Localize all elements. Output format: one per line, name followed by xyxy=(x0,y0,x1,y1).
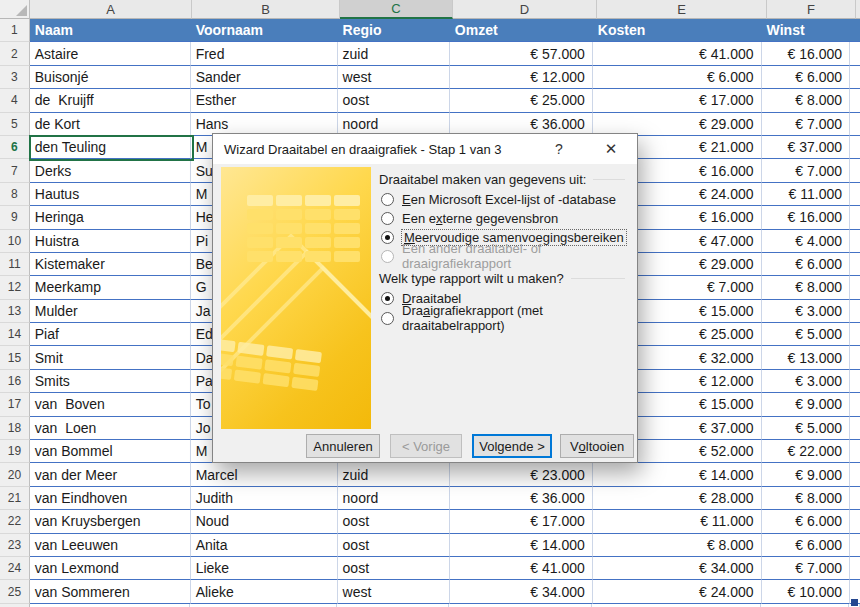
row-header-11[interactable]: 11 xyxy=(0,253,30,276)
radio-button[interactable] xyxy=(381,193,394,206)
cell-F14[interactable]: € 5.000 xyxy=(762,323,850,346)
cell-E2[interactable]: € 41.000 xyxy=(593,42,762,65)
row-header-16[interactable]: 16 xyxy=(0,370,30,393)
cell-D25[interactable]: € 34.000 xyxy=(450,580,593,603)
cell-E4[interactable]: € 17.000 xyxy=(593,89,762,112)
select-all-corner[interactable] xyxy=(0,0,30,19)
cell-A14[interactable]: Piaf xyxy=(30,323,191,346)
cell-B22[interactable]: Noud xyxy=(191,510,338,533)
col-header-F[interactable]: F xyxy=(767,0,856,19)
cell-F20[interactable]: € 9.000 xyxy=(762,463,850,486)
cell-C24[interactable]: oost xyxy=(338,557,450,580)
cell-F6[interactable]: € 37.000 xyxy=(762,136,850,159)
radio-button[interactable] xyxy=(381,231,394,244)
help-icon[interactable]: ? xyxy=(539,134,579,164)
cell-F10[interactable]: € 4.000 xyxy=(762,230,850,253)
radio-option[interactable]: Een Microsoft Excel-lijst of -database xyxy=(381,190,616,208)
cancel-button[interactable]: Annuleren xyxy=(306,434,380,458)
cell-A23[interactable]: van Leeuwen xyxy=(30,534,191,557)
row-header-5[interactable]: 5 xyxy=(0,113,30,136)
radio-button[interactable] xyxy=(381,312,394,325)
cell-E22[interactable]: € 11.000 xyxy=(593,510,762,533)
cell-D23[interactable]: € 14.000 xyxy=(450,534,593,557)
cell-F18[interactable]: € 5.000 xyxy=(762,417,850,440)
cell-A16[interactable]: Smits xyxy=(30,370,191,393)
cell-A25[interactable]: van Sommeren xyxy=(30,580,191,603)
cell-F5[interactable]: € 7.000 xyxy=(762,113,850,136)
cell-A18[interactable]: van Loen xyxy=(30,417,191,440)
next-button[interactable]: Volgende > xyxy=(472,434,552,458)
col-header-C[interactable]: C xyxy=(340,0,453,19)
cell-C23[interactable]: oost xyxy=(338,534,450,557)
cell-F13[interactable]: € 3.000 xyxy=(762,300,850,323)
row-header-7[interactable]: 7 xyxy=(0,159,30,182)
cell-F15[interactable]: € 13.000 xyxy=(762,346,850,369)
col-header-A[interactable]: A xyxy=(30,0,192,19)
cell-A21[interactable]: van Eindhoven xyxy=(30,487,191,510)
cell-A1[interactable]: Naam xyxy=(30,19,191,42)
cell-D20[interactable]: € 23.000 xyxy=(450,463,593,486)
col-header-E[interactable]: E xyxy=(597,0,767,19)
cell-A24[interactable]: van Lexmond xyxy=(30,557,191,580)
row-header-4[interactable]: 4 xyxy=(0,89,30,112)
cell-D2[interactable]: € 57.000 xyxy=(450,42,593,65)
cell-B24[interactable]: Lieke xyxy=(191,557,338,580)
row-header-14[interactable]: 14 xyxy=(0,323,30,346)
cell-A9[interactable]: Heringa xyxy=(30,206,191,229)
cell-E1[interactable]: Kosten xyxy=(593,19,762,42)
cell-A11[interactable]: Kistemaker xyxy=(30,253,191,276)
cell-F16[interactable]: € 3.000 xyxy=(762,370,850,393)
row-header-8[interactable]: 8 xyxy=(0,183,30,206)
row-header-22[interactable]: 22 xyxy=(0,510,30,533)
col-header-D[interactable]: D xyxy=(453,0,597,19)
cell-A20[interactable]: van der Meer xyxy=(30,463,191,486)
cell-A7[interactable]: Derks xyxy=(30,159,191,182)
cell-A3[interactable]: Buisonjé xyxy=(30,66,191,89)
cell-D21[interactable]: € 36.000 xyxy=(450,487,593,510)
cell-F2[interactable]: € 16.000 xyxy=(762,42,850,65)
cell-A10[interactable]: Huistra xyxy=(30,230,191,253)
cell-F19[interactable]: € 22.000 xyxy=(762,440,850,463)
cell-C4[interactable]: oost xyxy=(338,89,450,112)
cell-C25[interactable]: west xyxy=(338,580,450,603)
cell-D1[interactable]: Omzet xyxy=(450,19,593,42)
cell-F1[interactable]: Winst xyxy=(762,19,850,42)
cell-F25[interactable]: € 10.000 xyxy=(762,580,850,603)
cell-C21[interactable]: noord xyxy=(338,487,450,510)
cell-F23[interactable]: € 6.000 xyxy=(762,534,850,557)
cell-C3[interactable]: west xyxy=(338,66,450,89)
cell-F4[interactable]: € 8.000 xyxy=(762,89,850,112)
cell-C1[interactable]: Regio xyxy=(338,19,450,42)
cell-D3[interactable]: € 12.000 xyxy=(450,66,593,89)
cell-F17[interactable]: € 9.000 xyxy=(762,393,850,416)
cell-A19[interactable]: van Bommel xyxy=(30,440,191,463)
row-header-24[interactable]: 24 xyxy=(0,557,30,580)
cell-F8[interactable]: € 11.000 xyxy=(762,183,850,206)
cell-E23[interactable]: € 8.000 xyxy=(593,534,762,557)
cell-B25[interactable]: Alieke xyxy=(191,580,338,603)
row-header-3[interactable]: 3 xyxy=(0,66,30,89)
row-header-17[interactable]: 17 xyxy=(0,393,30,416)
close-icon[interactable]: ✕ xyxy=(591,134,631,164)
row-header-25[interactable]: 25 xyxy=(0,580,30,603)
row-header-21[interactable]: 21 xyxy=(0,487,30,510)
radio-option[interactable]: Draaigrafiekrapport (met draaitabelrappo… xyxy=(381,309,637,327)
row-header-6[interactable]: 6 xyxy=(0,136,30,159)
cell-B1[interactable]: Voornaam xyxy=(191,19,338,42)
cell-D24[interactable]: € 41.000 xyxy=(450,557,593,580)
cell-E3[interactable]: € 6.000 xyxy=(593,66,762,89)
cell-A5[interactable]: de Kort xyxy=(30,113,191,136)
cell-A8[interactable]: Hautus xyxy=(30,183,191,206)
row-header-2[interactable]: 2 xyxy=(0,42,30,65)
cell-A2[interactable]: Astaire xyxy=(30,42,191,65)
cell-A17[interactable]: van Boven xyxy=(30,393,191,416)
radio-option[interactable]: Een externe gegevensbron xyxy=(381,209,558,227)
cell-F3[interactable]: € 6.000 xyxy=(762,66,850,89)
cell-F11[interactable]: € 6.000 xyxy=(762,253,850,276)
row-header-19[interactable]: 19 xyxy=(0,440,30,463)
cell-A4[interactable]: de Kruijff xyxy=(30,89,191,112)
cell-E21[interactable]: € 28.000 xyxy=(593,487,762,510)
fill-handle[interactable] xyxy=(851,599,858,606)
cell-F9[interactable]: € 16.000 xyxy=(762,206,850,229)
cell-C20[interactable]: zuid xyxy=(338,463,450,486)
